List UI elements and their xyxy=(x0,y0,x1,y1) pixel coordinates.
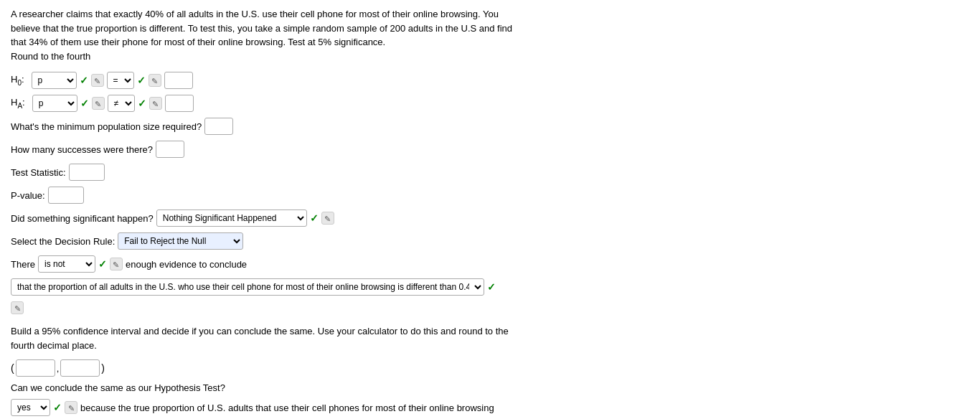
h0-label: H0: xyxy=(11,74,24,87)
h0-operator-pencil[interactable]: ✎ xyxy=(149,74,161,87)
conclusion-pencil-row: ✎ xyxy=(11,301,969,314)
h0-row: H0: p mu sigma ✓ ✎ = ≠ < > ✓ ✎ xyxy=(11,72,969,89)
ci-upper-input[interactable] xyxy=(60,359,100,377)
there-row: There is not is ✓ ✎ enough evidence to c… xyxy=(11,255,969,273)
close-paren: ) xyxy=(101,362,105,374)
h0-operator-check[interactable]: ✓ xyxy=(137,75,146,86)
test-statistic-label: Test Statistic: xyxy=(11,167,66,178)
h0-value-input[interactable] xyxy=(164,72,193,89)
there-after-label: enough evidence to conclude xyxy=(126,259,247,270)
conclude-label-row: Can we conclude the same as our Hypothes… xyxy=(11,382,969,393)
decision-rule-label: Select the Decision Rule: xyxy=(11,236,115,247)
decision-rule-select[interactable]: Fail to Reject the Null Reject the Null xyxy=(118,232,243,250)
min-pop-label: What's the minimum population size requi… xyxy=(11,121,202,132)
ha-row: HA: p mu sigma ✓ ✎ ≠ = < > ✓ ✎ xyxy=(11,95,969,112)
h0-param-check[interactable]: ✓ xyxy=(80,75,88,86)
ci-comma: , xyxy=(57,363,60,374)
significant-select[interactable]: Nothing Significant Happened Something S… xyxy=(156,210,307,227)
conclude-yn-row: yes no ✓ ✎ because the true proportion o… xyxy=(11,399,969,416)
significant-label: Did something significant happen? xyxy=(11,213,154,224)
pvalue-label: P-value: xyxy=(11,190,45,201)
ci-section: Build a 95% confidence interval and deci… xyxy=(11,324,969,377)
h0-param-pencil[interactable]: ✎ xyxy=(91,74,104,87)
conclusion-select[interactable]: that the proportion of all adults in the… xyxy=(11,278,484,296)
conclude-label: Can we conclude the same as our Hypothes… xyxy=(11,382,225,393)
h0-operator-select[interactable]: = ≠ < > xyxy=(107,72,134,89)
test-statistic-row: Test Statistic: xyxy=(11,164,969,181)
ci-lower-input[interactable] xyxy=(16,359,55,377)
ha-operator-check[interactable]: ✓ xyxy=(138,98,146,109)
significant-check[interactable]: ✓ xyxy=(310,212,319,224)
ha-label: HA: xyxy=(11,97,25,110)
there-pencil[interactable]: ✎ xyxy=(110,258,123,270)
ci-text: Build a 95% confidence interval and deci… xyxy=(11,324,527,352)
min-pop-input[interactable] xyxy=(204,118,233,135)
there-select[interactable]: is not is xyxy=(38,255,95,273)
conclusion-check[interactable]: ✓ xyxy=(487,281,496,293)
problem-text: A researcher claims that exactly 40% of … xyxy=(11,7,527,63)
successes-label: How many successes were there? xyxy=(11,144,153,155)
successes-row: How many successes were there? xyxy=(11,141,969,158)
ci-description: Build a 95% confidence interval and deci… xyxy=(11,326,509,351)
successes-input[interactable] xyxy=(156,141,184,158)
h0-param-select[interactable]: p mu sigma xyxy=(32,72,77,89)
ha-value-input[interactable] xyxy=(165,95,194,112)
significant-row: Did something significant happen? Nothin… xyxy=(11,210,969,227)
significant-pencil[interactable]: ✎ xyxy=(321,212,334,225)
min-pop-row: What's the minimum population size requi… xyxy=(11,118,969,135)
conclusion-pencil[interactable]: ✎ xyxy=(11,301,24,314)
ha-operator-select[interactable]: ≠ = < > xyxy=(108,95,135,112)
round-instruction: Round to the fourth xyxy=(11,51,90,62)
there-label: There xyxy=(11,259,35,270)
yes-no-check[interactable]: ✓ xyxy=(53,402,62,413)
because-text: because the true proportion of U.S. adul… xyxy=(80,402,494,413)
yes-no-pencil[interactable]: ✎ xyxy=(65,401,77,414)
test-statistic-input[interactable] xyxy=(69,164,105,181)
ha-operator-pencil[interactable]: ✎ xyxy=(149,97,162,110)
ha-param-check[interactable]: ✓ xyxy=(80,98,89,109)
yes-no-select[interactable]: yes no xyxy=(11,399,50,416)
h0-sub: 0 xyxy=(17,79,22,87)
pvalue-row: P-value: xyxy=(11,187,969,204)
open-paren: ( xyxy=(11,362,14,374)
ha-sub: A xyxy=(17,102,22,110)
ha-param-select[interactable]: p mu sigma xyxy=(32,95,77,112)
ci-inputs-row: ( , ) xyxy=(11,359,969,377)
there-check[interactable]: ✓ xyxy=(98,258,107,270)
decision-rule-row: Select the Decision Rule: Fail to Reject… xyxy=(11,232,969,250)
ha-param-pencil[interactable]: ✎ xyxy=(92,97,105,110)
conclusion-row: that the proportion of all adults in the… xyxy=(11,278,969,296)
pvalue-input[interactable] xyxy=(48,187,84,204)
problem-description: A researcher claims that exactly 40% of … xyxy=(11,9,512,47)
